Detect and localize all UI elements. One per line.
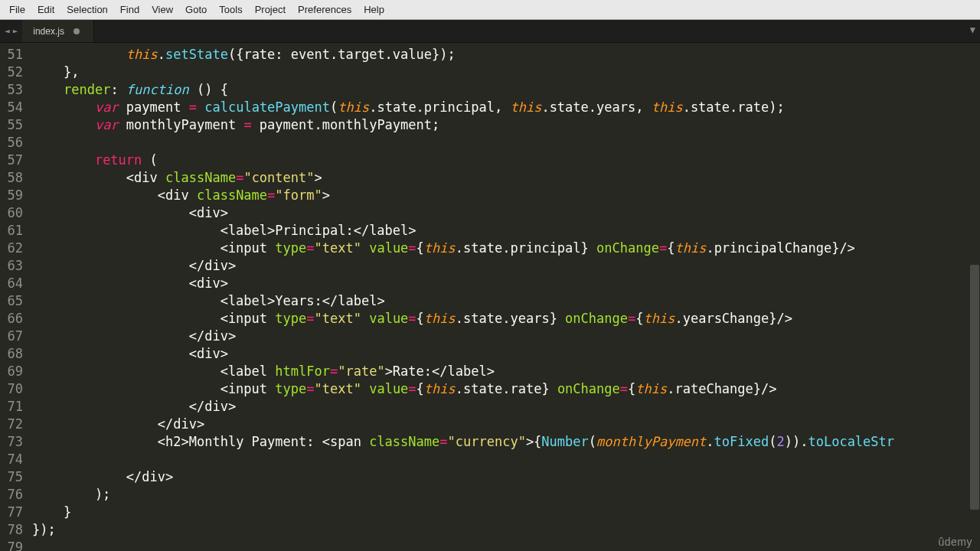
line-number: 53 xyxy=(5,81,23,99)
code-line[interactable]: }, xyxy=(32,64,980,81)
tab-label: index.js xyxy=(33,26,64,37)
code-line[interactable]: <div> xyxy=(32,345,980,363)
line-number: 70 xyxy=(5,380,23,398)
code-line[interactable]: <label>Years:</label> xyxy=(32,292,980,310)
code-line[interactable]: var payment = calculatePayment(this.stat… xyxy=(32,99,980,116)
tab-bar: ◄ ► index.js ▼ xyxy=(0,20,980,43)
code-line[interactable]: </div> xyxy=(32,328,980,345)
line-number: 54 xyxy=(5,99,23,116)
code-line[interactable]: <div className="content"> xyxy=(32,169,980,187)
line-number-gutter: 5152535455565758596061626364656667686970… xyxy=(0,43,32,551)
menu-edit[interactable]: Edit xyxy=(31,2,60,18)
line-number: 79 xyxy=(5,539,23,551)
code-line[interactable]: <h2>Monthly Payment: <span className="cu… xyxy=(32,433,980,451)
code-line[interactable]: } xyxy=(32,504,980,521)
line-number: 69 xyxy=(5,363,23,380)
editor: 5152535455565758596061626364656667686970… xyxy=(0,43,980,551)
tab-dropdown-icon[interactable]: ▼ xyxy=(970,24,975,35)
code-line[interactable] xyxy=(32,539,980,551)
code-line[interactable]: <input type="text" value={this.state.yea… xyxy=(32,310,980,328)
line-number: 73 xyxy=(5,433,23,451)
code-line[interactable]: var monthlyPayment = payment.monthlyPaym… xyxy=(32,116,980,134)
line-number: 58 xyxy=(5,169,23,187)
line-number: 68 xyxy=(5,345,23,363)
line-number: 55 xyxy=(5,116,23,134)
code-line[interactable]: render: function () { xyxy=(32,81,980,99)
line-number: 56 xyxy=(5,134,23,152)
vertical-scrollbar[interactable] xyxy=(969,43,980,551)
line-number: 63 xyxy=(5,257,23,275)
line-number: 74 xyxy=(5,451,23,468)
tab-index-js[interactable]: index.js xyxy=(22,20,94,42)
code-line[interactable] xyxy=(32,451,980,468)
menu-find[interactable]: Find xyxy=(114,2,145,18)
line-number: 77 xyxy=(5,504,23,521)
menu-tools[interactable]: Tools xyxy=(213,2,248,18)
code-line[interactable]: <div> xyxy=(32,204,980,222)
code-line[interactable]: }); xyxy=(32,521,980,539)
dirty-indicator-icon xyxy=(74,28,80,34)
line-number: 66 xyxy=(5,310,23,328)
line-number: 78 xyxy=(5,521,23,539)
line-number: 71 xyxy=(5,398,23,416)
line-number: 76 xyxy=(5,486,23,504)
code-line[interactable]: this.setState({rate: event.target.value}… xyxy=(32,46,980,64)
tab-nav: ◄ ► xyxy=(0,20,22,42)
tab-nav-left-icon[interactable]: ◄ xyxy=(3,26,11,36)
menu-view[interactable]: View xyxy=(145,2,179,18)
line-number: 65 xyxy=(5,292,23,310)
code-line[interactable]: return ( xyxy=(32,152,980,169)
code-line[interactable]: <div className="form"> xyxy=(32,187,980,204)
code-line[interactable]: <label>Principal:</label> xyxy=(32,222,980,240)
code-line[interactable]: <div> xyxy=(32,275,980,292)
menubar: FileEditSelectionFindViewGotoToolsProjec… xyxy=(0,0,980,20)
line-number: 72 xyxy=(5,416,23,433)
watermark: ûdemy xyxy=(938,536,972,548)
code-line[interactable]: <input type="text" value={this.state.rat… xyxy=(32,380,980,398)
line-number: 57 xyxy=(5,152,23,169)
line-number: 61 xyxy=(5,222,23,240)
line-number: 51 xyxy=(5,46,23,64)
menu-preferences[interactable]: Preferences xyxy=(292,2,358,18)
code-area[interactable]: this.setState({rate: event.target.value}… xyxy=(32,43,980,551)
code-line[interactable]: </div> xyxy=(32,257,980,275)
menu-help[interactable]: Help xyxy=(358,2,390,18)
line-number: 60 xyxy=(5,204,23,222)
code-line[interactable]: <label htmlFor="rate">Rate:</label> xyxy=(32,363,980,380)
code-line[interactable]: </div> xyxy=(32,468,980,486)
menu-goto[interactable]: Goto xyxy=(179,2,213,18)
menu-selection[interactable]: Selection xyxy=(60,2,113,18)
scrollbar-thumb[interactable] xyxy=(970,265,979,510)
menu-project[interactable]: Project xyxy=(249,2,292,18)
line-number: 62 xyxy=(5,240,23,257)
menu-file[interactable]: File xyxy=(3,2,31,18)
code-line[interactable]: <input type="text" value={this.state.pri… xyxy=(32,240,980,257)
line-number: 64 xyxy=(5,275,23,292)
code-line[interactable]: </div> xyxy=(32,416,980,433)
line-number: 52 xyxy=(5,64,23,81)
code-line[interactable] xyxy=(32,134,980,152)
tab-nav-right-icon[interactable]: ► xyxy=(11,26,20,36)
code-line[interactable]: ); xyxy=(32,486,980,504)
line-number: 75 xyxy=(5,468,23,486)
code-line[interactable]: </div> xyxy=(32,398,980,416)
line-number: 59 xyxy=(5,187,23,204)
line-number: 67 xyxy=(5,328,23,345)
